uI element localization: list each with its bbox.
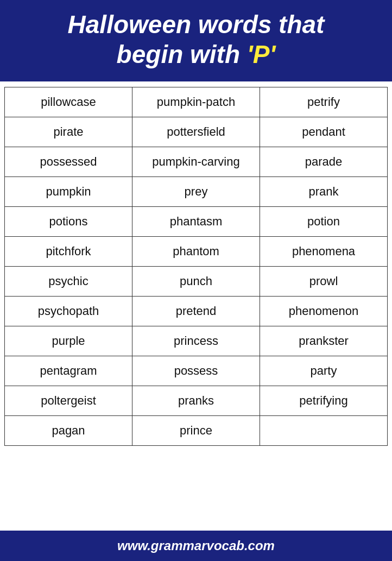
table-cell: prank bbox=[260, 177, 388, 207]
table-row: purpleprincessprankster bbox=[5, 326, 388, 356]
table-row: possessedpumpkin-carvingparade bbox=[5, 147, 388, 177]
title-line2-text: begin with bbox=[117, 40, 247, 68]
word-table: pillowcasepumpkin-patchpetrifypiratepott… bbox=[4, 87, 388, 446]
table-row: pentagrampossessparty bbox=[5, 356, 388, 386]
table-cell: pretend bbox=[132, 297, 260, 326]
page-header: Halloween words that begin with 'P' bbox=[0, 0, 392, 81]
table-cell: possess bbox=[132, 356, 260, 386]
table-cell: petrify bbox=[260, 87, 388, 117]
table-row: psychopathpretendphenomenon bbox=[5, 297, 388, 326]
table-cell: pentagram bbox=[5, 356, 132, 386]
table-cell: purple bbox=[5, 326, 132, 356]
table-cell: phantasm bbox=[132, 207, 260, 237]
table-cell: party bbox=[260, 356, 388, 386]
table-cell: phantom bbox=[132, 237, 260, 267]
table-cell: pumpkin bbox=[5, 177, 132, 207]
table-cell: parade bbox=[260, 147, 388, 177]
word-table-wrapper: pillowcasepumpkin-patchpetrifypiratepott… bbox=[0, 81, 392, 531]
table-cell: pirate bbox=[5, 117, 132, 147]
table-row: poltergeistprankspetrifying bbox=[5, 386, 388, 416]
page-title: Halloween words that begin with 'P' bbox=[11, 10, 381, 70]
table-cell: pendant bbox=[260, 117, 388, 147]
table-cell: pumpkin-patch bbox=[132, 87, 260, 117]
table-row: pumpkinpreyprank bbox=[5, 177, 388, 207]
page-footer: www.grammarvocab.com bbox=[0, 531, 392, 561]
table-cell bbox=[260, 416, 388, 446]
table-row: pitchforkphantomphenomena bbox=[5, 237, 388, 267]
table-cell: psychic bbox=[5, 267, 132, 297]
table-cell: prince bbox=[132, 416, 260, 446]
table-row: psychicpunchprowl bbox=[5, 267, 388, 297]
table-cell: poltergeist bbox=[5, 386, 132, 416]
table-cell: potion bbox=[260, 207, 388, 237]
table-cell: possessed bbox=[5, 147, 132, 177]
table-cell: psychopath bbox=[5, 297, 132, 326]
table-cell: phenomenon bbox=[260, 297, 388, 326]
title-line1: Halloween words that bbox=[68, 10, 325, 39]
table-row: paganprince bbox=[5, 416, 388, 446]
table-cell: pumpkin-carving bbox=[132, 147, 260, 177]
footer-url: www.grammarvocab.com bbox=[11, 538, 381, 553]
table-cell: pagan bbox=[5, 416, 132, 446]
table-cell: punch bbox=[132, 267, 260, 297]
title-highlight: 'P' bbox=[247, 40, 276, 68]
table-row: potionsphantasmpotion bbox=[5, 207, 388, 237]
table-cell: prey bbox=[132, 177, 260, 207]
table-cell: prankster bbox=[260, 326, 388, 356]
table-row: piratepottersfieldpendant bbox=[5, 117, 388, 147]
table-cell: phenomena bbox=[260, 237, 388, 267]
table-cell: pottersfield bbox=[132, 117, 260, 147]
table-cell: pranks bbox=[132, 386, 260, 416]
table-cell: pillowcase bbox=[5, 87, 132, 117]
table-cell: petrifying bbox=[260, 386, 388, 416]
table-row: pillowcasepumpkin-patchpetrify bbox=[5, 87, 388, 117]
table-cell: princess bbox=[132, 326, 260, 356]
table-cell: potions bbox=[5, 207, 132, 237]
table-cell: pitchfork bbox=[5, 237, 132, 267]
table-cell: prowl bbox=[260, 267, 388, 297]
